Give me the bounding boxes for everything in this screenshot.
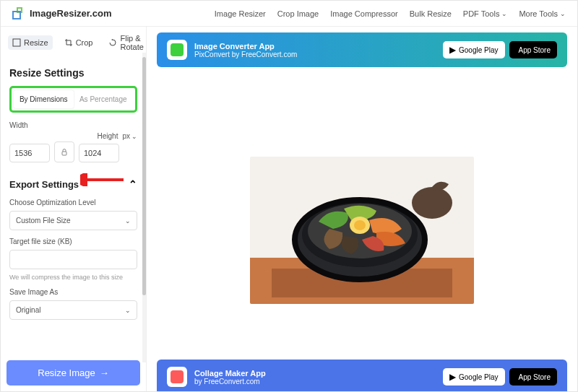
height-label: Height: [98, 132, 118, 140]
app-store-button[interactable]: App Store: [509, 368, 557, 386]
tab-flip-rotate[interactable]: Flip & Rotate: [104, 31, 147, 54]
export-settings-header[interactable]: Export Settings ⌃: [9, 178, 137, 190]
google-play-button[interactable]: ▶Google Play: [443, 41, 504, 58]
width-label: Width: [9, 121, 28, 129]
google-play-icon: ▶: [449, 372, 456, 382]
content-area: Image Converter App PixConvert by FreeCo…: [147, 27, 577, 391]
header: ImageResizer.com Image Resizer Crop Imag…: [1, 1, 577, 27]
chevron-down-icon: ⌄: [125, 307, 131, 314]
lock-icon: [60, 148, 69, 157]
top-nav: Image Resizer Crop Image Image Compresso…: [215, 9, 566, 18]
image-preview-area: [157, 74, 567, 386]
mode-tabs-highlight: By Dimensions As Percentage: [9, 86, 137, 113]
optimization-label: Choose Optimization Level: [9, 199, 137, 206]
nav-pdf-tools[interactable]: PDF Tools⌄: [463, 9, 508, 18]
lock-aspect-button[interactable]: [54, 141, 74, 162]
rotate-icon: [108, 38, 117, 47]
settings-panel: Resize Settings By Dimensions As Percent…: [1, 58, 146, 356]
arrow-right-icon: →: [100, 367, 109, 378]
svg-rect-0: [13, 39, 20, 46]
save-as-select[interactable]: Original ⌄: [9, 300, 137, 320]
svg-rect-1: [62, 152, 66, 155]
chevron-up-icon: ⌃: [129, 178, 137, 190]
width-input[interactable]: [9, 144, 50, 162]
sidebar: Resize Crop Flip & Rotate Resize Setting…: [1, 27, 147, 391]
target-size-label: Target file size (KB): [9, 238, 137, 245]
banner-title: Image Converter App: [194, 42, 297, 51]
google-play-icon: ▶: [449, 45, 456, 55]
nav-crop-image[interactable]: Crop Image: [277, 9, 319, 18]
chevron-down-icon: ⌄: [560, 10, 566, 17]
promo-banner-bottom[interactable]: Collage Maker App by FreeConvert.com ▶Go…: [157, 360, 567, 391]
optimization-select[interactable]: Custom File Size ⌄: [9, 211, 137, 230]
nav-bulk-resize[interactable]: Bulk Resize: [410, 9, 452, 18]
resize-settings-title: Resize Settings: [9, 67, 137, 79]
resize-icon: [12, 38, 21, 47]
logo-icon: [12, 7, 25, 20]
logo[interactable]: ImageResizer.com: [12, 7, 111, 20]
banner-sub: by FreeConvert.com: [194, 378, 266, 386]
chevron-down-icon: ⌄: [131, 133, 137, 140]
unit-select[interactable]: px⌄: [122, 132, 137, 140]
svg-point-6: [412, 187, 452, 219]
sidebar-scrollbar[interactable]: [142, 53, 146, 362]
brand-name: ImageResizer.com: [30, 8, 111, 19]
nav-more-tools[interactable]: More Tools⌄: [519, 9, 566, 18]
app-icon: [167, 367, 187, 387]
app-icon: [167, 40, 187, 60]
mode-as-percentage[interactable]: As Percentage: [74, 90, 134, 108]
google-play-button[interactable]: ▶Google Play: [443, 368, 504, 386]
chevron-down-icon: ⌄: [501, 10, 507, 17]
promo-banner-top[interactable]: Image Converter App PixConvert by FreeCo…: [157, 32, 567, 67]
height-input[interactable]: [79, 144, 119, 162]
image-preview[interactable]: [250, 157, 474, 304]
nav-image-resizer[interactable]: Image Resizer: [215, 9, 266, 18]
svg-point-11: [354, 220, 366, 230]
nav-image-compressor[interactable]: Image Compressor: [330, 9, 398, 18]
banner-sub: PixConvert by FreeConvert.com: [194, 51, 297, 58]
chevron-down-icon: ⌄: [125, 217, 131, 225]
resize-image-button[interactable]: Resize Image →: [7, 360, 140, 386]
tab-crop[interactable]: Crop: [60, 35, 98, 50]
mode-by-dimensions[interactable]: By Dimensions: [14, 90, 74, 108]
app-store-button[interactable]: App Store: [509, 41, 557, 58]
compress-hint: We will compress the image to this size: [9, 274, 137, 281]
tool-tabs: Resize Crop Flip & Rotate: [1, 27, 146, 58]
save-as-label: Save Image As: [9, 288, 137, 296]
target-size-input[interactable]: [9, 250, 137, 269]
banner-title: Collage Maker App: [194, 369, 266, 378]
crop-icon: [64, 38, 73, 47]
tab-resize[interactable]: Resize: [8, 35, 53, 50]
